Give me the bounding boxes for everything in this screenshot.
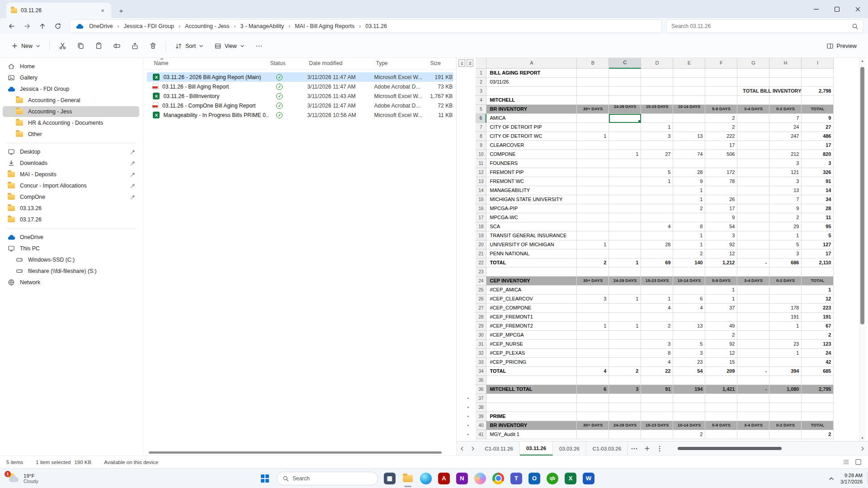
cell-B38[interactable] (577, 403, 609, 412)
row-header-28[interactable]: 28 (476, 313, 486, 322)
row-header-31[interactable]: 31 (476, 340, 486, 349)
cell-G18[interactable] (737, 222, 769, 231)
row-header-41[interactable]: 41 (476, 430, 486, 439)
cell-E25[interactable] (673, 286, 705, 295)
cell-C3[interactable] (609, 87, 641, 96)
cell-A23[interactable] (486, 267, 577, 277)
cell-A8[interactable]: CITY OF DETROIT WC (486, 132, 577, 141)
cell-C15[interactable] (609, 195, 641, 204)
cell-H40[interactable]: 0-2 DAYS (769, 421, 802, 430)
cell-E7[interactable] (673, 123, 705, 132)
cell-D6[interactable] (641, 114, 673, 123)
row-header-19[interactable]: 19 (476, 231, 486, 240)
cell-B33[interactable] (577, 358, 609, 367)
cell-F11[interactable] (705, 159, 737, 168)
sidebar-item-accounting-jess[interactable]: Accounting - Jess (3, 106, 139, 117)
cell-H24[interactable]: 0-2 DAYS (769, 277, 802, 286)
cell-E13[interactable]: 9 (673, 177, 705, 186)
start-button[interactable] (256, 469, 274, 488)
cell-C39[interactable] (609, 412, 641, 421)
sidebar-item-hr-accounting-documents[interactable]: HR & Accounting - Documents (3, 117, 139, 128)
cell-I16[interactable]: 28 (802, 204, 834, 213)
cell-C29[interactable]: 1 (609, 322, 641, 331)
new-tab-button[interactable]: + (116, 5, 127, 15)
task-view-icon[interactable]: ▦ (381, 469, 399, 488)
breadcrumb-item-accounting-jess[interactable]: Accounting - Jess (183, 22, 231, 30)
row-header-7[interactable]: 7 (476, 123, 486, 132)
cell-D32[interactable]: 8 (641, 349, 673, 358)
cell-B11[interactable] (577, 159, 609, 168)
cell-A33[interactable]: #CEP_PRICING (486, 358, 577, 367)
scroll-up-icon[interactable]: ▲ (859, 58, 865, 64)
cell-H27[interactable]: 178 (769, 304, 802, 313)
cell-F24[interactable]: 5-9 DAYS (705, 277, 737, 286)
cell-F35[interactable] (705, 376, 737, 385)
cell-E12[interactable]: 28 (673, 168, 705, 177)
row-header-1[interactable]: 1 (476, 69, 486, 78)
row-header-8[interactable]: 8 (476, 132, 486, 141)
row-header-10[interactable]: 10 (476, 150, 486, 159)
cell-B18[interactable] (577, 222, 609, 231)
cell-A4[interactable]: MITCHELL (486, 96, 577, 105)
cell-A5[interactable]: BR INVENTORY (486, 105, 577, 114)
cell-B30[interactable] (577, 331, 609, 340)
cell-H26[interactable] (769, 295, 802, 304)
cell-E1[interactable] (673, 69, 705, 78)
cell-G37[interactable] (737, 394, 769, 403)
cell-C27[interactable] (609, 304, 641, 313)
cell-A13[interactable]: FREMONT WC (486, 177, 577, 186)
cell-G9[interactable] (737, 141, 769, 150)
cell-D18[interactable]: 4 (641, 222, 673, 231)
cell-B9[interactable] (577, 141, 609, 150)
cell-G26[interactable] (737, 295, 769, 304)
cell-D27[interactable]: 4 (641, 304, 673, 313)
cell-H10[interactable]: 212 (769, 150, 802, 159)
cell-I23[interactable] (802, 267, 834, 277)
cell-G13[interactable] (737, 177, 769, 186)
cell-D33[interactable]: 4 (641, 358, 673, 367)
cell-A28[interactable]: #CEP_FREMONT1 (486, 313, 577, 322)
cell-D29[interactable]: 2 (641, 322, 673, 331)
cell-G6[interactable] (737, 114, 769, 123)
cell-I22[interactable]: 2,110 (802, 258, 834, 267)
cell-E33[interactable]: 23 (673, 358, 705, 367)
copy-button[interactable] (72, 38, 89, 54)
cell-G25[interactable] (737, 286, 769, 295)
file-row-03-11-26-billinventory[interactable]: 03.11.26 - BillInventory✓3/11/2026 11:43… (147, 91, 453, 101)
cell-I1[interactable] (802, 69, 834, 78)
row-header-40[interactable]: 40 (476, 421, 486, 430)
cell-C14[interactable] (609, 186, 641, 195)
cell-H33[interactable] (769, 358, 802, 367)
cell-B10[interactable] (577, 150, 609, 159)
cell-A36[interactable]: MITCHELL TOTAL (486, 385, 577, 394)
sidebar-item-gallery[interactable]: Gallery (3, 72, 139, 83)
cell-F38[interactable] (705, 403, 737, 412)
cell-G29[interactable] (737, 322, 769, 331)
cell-F1[interactable] (705, 69, 737, 78)
row-header-15[interactable]: 15 (476, 195, 486, 204)
cell-A17[interactable]: MPCGA-WC (486, 213, 577, 222)
cell-G35[interactable] (737, 376, 769, 385)
cell-C23[interactable] (609, 267, 641, 277)
cell-H18[interactable]: 29 (769, 222, 802, 231)
column-header-status[interactable]: Status (269, 57, 308, 69)
cell-H29[interactable]: 1 (769, 322, 802, 331)
new-button[interactable]: New (6, 38, 45, 54)
cell-C12[interactable] (609, 168, 641, 177)
row-header-9[interactable]: 9 (476, 141, 486, 150)
cell-E37[interactable] (673, 394, 705, 403)
cell-E32[interactable]: 3 (673, 349, 705, 358)
cell-H34[interactable]: 394 (769, 367, 802, 376)
cell-B26[interactable]: 3 (577, 295, 609, 304)
cell-G15[interactable] (737, 195, 769, 204)
sidebar-item-compone[interactable]: CompOne (3, 192, 139, 202)
rename-button[interactable] (108, 38, 125, 54)
outline-level-2-button[interactable]: 2 (467, 59, 473, 67)
row-header-27[interactable]: 27 (476, 304, 486, 313)
cell-H38[interactable] (769, 403, 802, 412)
row-header-16[interactable]: 16 (476, 204, 486, 213)
cell-F4[interactable] (705, 96, 737, 105)
cell-G10[interactable] (737, 150, 769, 159)
cell-I20[interactable]: 127 (802, 240, 834, 249)
cell-B3[interactable] (577, 87, 609, 96)
